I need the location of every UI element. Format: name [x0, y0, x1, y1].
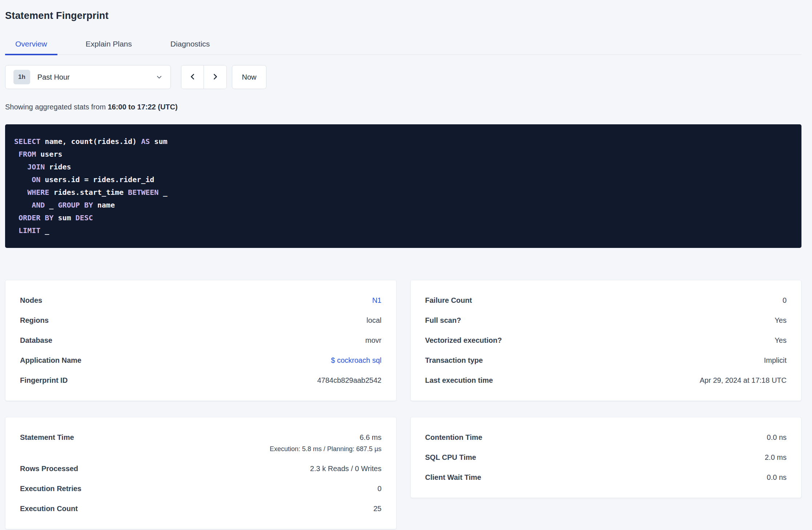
statement-details-card: Nodes N1 Regions local Database movr App…	[5, 280, 397, 401]
sql-text	[14, 162, 27, 171]
row-regions: Regions local	[20, 310, 382, 330]
sql-line: JOIN rides	[14, 161, 792, 173]
statement-fingerprint-page: Statement Fingerprint Overview Explain P…	[0, 0, 812, 529]
chevron-down-icon	[156, 74, 162, 80]
row-value: 2.3 k Reads / 0 Writes	[310, 465, 381, 473]
sql-line: SELECT name, count(rides.id) AS sum	[14, 135, 792, 148]
sql-keyword: FROM	[19, 150, 36, 158]
now-button[interactable]: Now	[232, 65, 266, 89]
sql-text: name	[93, 201, 115, 209]
sql-line: ORDER BY sum DESC	[14, 212, 792, 224]
time-range-dropdown[interactable]: 1h Past Hour	[5, 65, 171, 89]
row-value: 0.0 ns	[767, 473, 787, 482]
row-nodes: Nodes N1	[20, 290, 382, 310]
sql-keyword: ON	[32, 175, 40, 184]
sql-text	[14, 175, 32, 184]
sql-keyword: JOIN	[27, 162, 45, 171]
chevron-left-icon	[189, 73, 197, 82]
sql-text	[14, 150, 19, 158]
chevron-right-icon	[211, 73, 219, 82]
row-value: 0	[783, 296, 787, 305]
sql-text: _	[45, 201, 58, 209]
prev-time-button[interactable]	[181, 65, 204, 89]
tab-diagnostics[interactable]: Diagnostics	[160, 36, 220, 55]
row-label: Rows Processed	[20, 465, 78, 473]
row-value: 0.0 ns	[767, 433, 787, 442]
statement-timing-card: Statement Time 6.6 ms Execution: 5.8 ms …	[5, 417, 397, 529]
row-value: 6.6 ms	[359, 431, 381, 444]
summary-cards-bottom: Statement Time 6.6 ms Execution: 5.8 ms …	[5, 417, 801, 529]
sql-line: FROM users	[14, 148, 792, 161]
sql-line: LIMIT _	[14, 224, 792, 237]
time-controls: 1h Past Hour Now	[5, 65, 801, 89]
summary-cards-top: Nodes N1 Regions local Database movr App…	[5, 280, 801, 401]
row-label: Nodes	[20, 296, 42, 305]
tab-bar: Overview Explain Plans Diagnostics	[5, 36, 801, 55]
row-subvalue: Execution: 5.8 ms / Planning: 687.5 µs	[270, 445, 382, 453]
sql-text: _	[158, 188, 167, 197]
row-value: Apr 29, 2024 at 17:18 UTC	[700, 376, 787, 385]
sql-text	[14, 226, 19, 235]
sql-text: _	[40, 226, 49, 235]
row-value: local	[366, 316, 381, 325]
row-execution-retries: Execution Retries 0	[20, 479, 382, 499]
sql-text: rides	[45, 162, 71, 171]
sql-line: ON users.id = rides.rider_id	[14, 173, 792, 186]
row-label: Database	[20, 336, 52, 345]
row-value: movr	[365, 336, 381, 345]
row-label: Contention Time	[425, 433, 482, 442]
row-value: Yes	[775, 336, 787, 345]
sql-keyword: SELECT	[14, 137, 40, 146]
row-value: 4784cb829aab2542	[317, 376, 382, 385]
stats-caption: Showing aggregated stats from 16:00 to 1…	[5, 103, 801, 111]
sql-keyword: AND	[32, 201, 45, 209]
tab-overview[interactable]: Overview	[5, 36, 57, 55]
time-pager	[181, 65, 227, 89]
row-failure-count: Failure Count 0	[425, 290, 787, 310]
time-range-label: Past Hour	[37, 73, 70, 81]
row-full-scan: Full scan? Yes	[425, 310, 787, 330]
sql-line: WHERE rides.start_time BETWEEN _	[14, 186, 792, 199]
row-label: Transaction type	[425, 356, 483, 365]
stats-caption-range: 16:00 to 17:22 (UTC)	[108, 103, 177, 111]
row-transaction-type: Transaction type Implicit	[425, 350, 787, 370]
sql-keyword: GROUP BY	[58, 201, 93, 209]
sql-code-block: SELECT name, count(rides.id) AS sum FROM…	[5, 124, 801, 248]
row-rows-processed: Rows Processed 2.3 k Reads / 0 Writes	[20, 459, 382, 479]
sql-text: sum	[150, 137, 167, 146]
application-name-link[interactable]: $ cockroach sql	[331, 356, 382, 365]
next-time-button[interactable]	[204, 65, 226, 89]
row-vectorized-execution: Vectorized execution? Yes	[425, 330, 787, 350]
row-label: Last execution time	[425, 376, 493, 385]
row-label: Application Name	[20, 356, 81, 365]
sql-keyword: ORDER BY	[19, 213, 53, 222]
stats-caption-prefix: Showing aggregated stats from	[5, 103, 108, 111]
sql-keyword: WHERE	[27, 188, 49, 197]
sql-text	[14, 188, 27, 197]
row-value: Yes	[775, 316, 787, 325]
row-label: Client Wait Time	[425, 473, 481, 482]
row-client-wait-time: Client Wait Time 0.0 ns	[425, 467, 787, 487]
row-database: Database movr	[20, 330, 382, 350]
sql-text: rides.start_time	[49, 188, 128, 197]
row-label: SQL CPU Time	[425, 453, 476, 462]
row-value: 0	[377, 485, 381, 493]
row-label: Execution Count	[20, 505, 78, 513]
sql-line: AND _ GROUP BY name	[14, 199, 792, 212]
sql-keyword: BETWEEN	[128, 188, 158, 197]
row-application-name: Application Name $ cockroach sql	[20, 350, 382, 370]
time-range-badge: 1h	[13, 70, 30, 84]
row-label: Full scan?	[425, 316, 461, 325]
row-label: Execution Retries	[20, 485, 81, 493]
nodes-link[interactable]: N1	[372, 296, 382, 305]
tab-explain-plans[interactable]: Explain Plans	[76, 36, 142, 55]
sql-keyword: LIMIT	[19, 226, 40, 235]
row-execution-count: Execution Count 25	[20, 499, 382, 519]
sql-text: users	[36, 150, 62, 158]
row-label: Regions	[20, 316, 49, 325]
execution-attributes-card: Failure Count 0 Full scan? Yes Vectorize…	[410, 280, 802, 401]
sql-keyword: DESC	[76, 213, 93, 222]
row-contention-time: Contention Time 0.0 ns	[425, 427, 787, 447]
sql-text: sum	[53, 213, 75, 222]
row-label: Vectorized execution?	[425, 336, 502, 345]
